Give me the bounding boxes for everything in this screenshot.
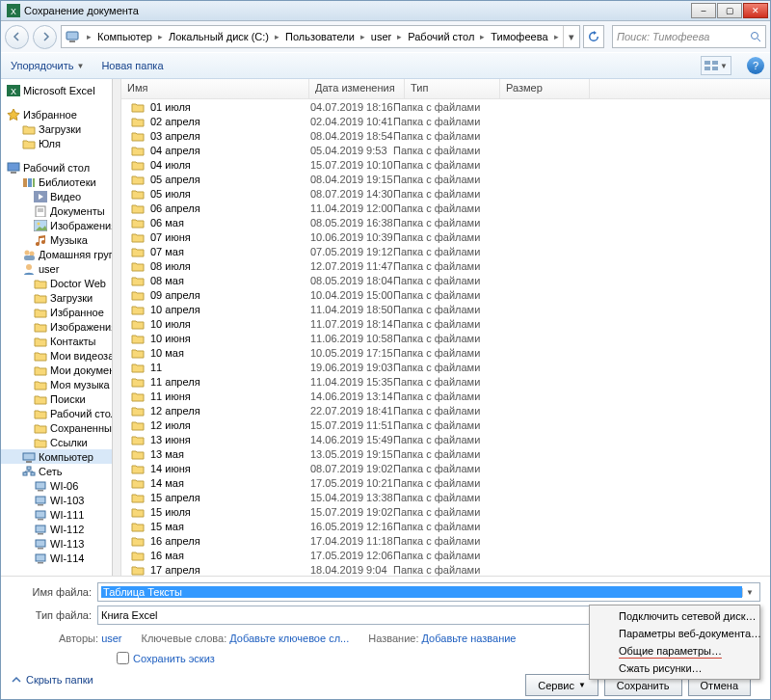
chevron-down-icon[interactable]: ▼ (742, 588, 757, 597)
sidebar-item[interactable]: Doctor Web (1, 276, 120, 290)
sidebar-item[interactable]: WI-103 (1, 493, 120, 507)
context-menu-item[interactable]: Общие параметры… (592, 642, 758, 660)
folder-row[interactable]: 13 июня14.06.2019 15:49Папка с файлами (121, 432, 770, 446)
sidebar-item[interactable]: user (1, 261, 120, 276)
folder-row[interactable]: 12 апреля22.07.2019 18:41Папка с файлами (121, 403, 770, 417)
folder-row[interactable]: 03 апреля08.04.2019 18:54Папка с файлами (121, 128, 770, 143)
refresh-button[interactable] (583, 25, 604, 48)
view-button[interactable]: ▼ (701, 56, 731, 75)
folder-row[interactable]: 10 июня11.06.2019 10:58Папка с файлами (121, 331, 770, 345)
folder-row[interactable]: 13 мая13.05.2019 19:15Папка с файлами (121, 446, 770, 461)
sidebar-item[interactable]: Сохраненные и (1, 420, 120, 435)
back-button[interactable] (5, 25, 29, 49)
sidebar-item[interactable]: Мои видеозапи (1, 348, 120, 363)
folder-row[interactable]: 16 мая17.05.2019 12:06Папка с файлами (121, 548, 770, 562)
doctitle-value[interactable]: Добавьте название (422, 633, 517, 644)
sidebar-item[interactable]: Загрузки (1, 290, 120, 305)
breadcrumb-item[interactable]: Тимофеева (489, 31, 549, 42)
folder-row[interactable]: 16 апреля17.04.2019 11:18Папка с файлами (121, 533, 770, 548)
folder-row[interactable]: 08 мая08.05.2019 18:04Папка с файлами (121, 273, 770, 287)
col-type[interactable]: Тип (405, 79, 500, 98)
folder-row[interactable]: 15 июля15.07.2019 19:02Папка с файлами (121, 504, 770, 519)
forward-button[interactable] (33, 25, 57, 49)
context-menu-item[interactable]: Подключить сетевой диск… (592, 607, 758, 625)
folder-row[interactable]: 05 апреля08.04.2019 19:15Папка с файлами (121, 172, 770, 186)
col-name[interactable]: Имя (121, 79, 309, 98)
col-size[interactable]: Размер (500, 79, 590, 98)
close-button[interactable]: ✕ (743, 3, 768, 18)
folder-row[interactable]: 15 апреля15.04.2019 13:38Папка с файлами (121, 490, 770, 504)
folder-row[interactable]: 06 мая08.05.2019 16:38Папка с файлами (121, 215, 770, 229)
sidebar-item[interactable]: Мои документы (1, 363, 120, 377)
breadcrumb-dropdown[interactable]: ▾ (563, 26, 579, 47)
sidebar-item[interactable]: Видео (1, 189, 120, 203)
sidebar-item[interactable]: Ссылки (1, 435, 120, 449)
breadcrumb-item[interactable]: Локальный диск (C:) (167, 31, 271, 42)
folder-row[interactable]: 07 июня10.06.2019 10:39Папка с файлами (121, 229, 770, 244)
sidebar-item[interactable]: Домашняя групп (1, 247, 120, 261)
breadcrumb-item[interactable]: Компьютер (95, 31, 154, 42)
folder-row[interactable]: 09 апреля10.04.2019 15:00Папка с файлами (121, 287, 770, 302)
folder-row[interactable]: 08 июля12.07.2019 11:47Папка с файлами (121, 258, 770, 273)
breadcrumb-item[interactable]: Пользователи (283, 31, 357, 42)
folder-row[interactable]: 02 апреля02.04.2019 10:41Папка с файлами (121, 114, 770, 128)
sidebar-item[interactable]: Поиски (1, 391, 120, 406)
sidebar-item[interactable]: Моя музыка (1, 377, 120, 391)
sidebar-item[interactable]: Контакты (1, 334, 120, 348)
sidebar-item[interactable]: Изображения (1, 319, 120, 334)
maximize-button[interactable]: ▢ (717, 3, 742, 18)
folder-row[interactable]: 01 июля04.07.2019 18:16Папка с файлами (121, 99, 770, 114)
sidebar-item[interactable]: Рабочий стол (1, 160, 120, 175)
authors-value[interactable]: user (101, 633, 121, 644)
breadcrumb-item[interactable]: Рабочий стол (406, 31, 476, 42)
folder-row[interactable]: 04 апреля05.04.2019 9:53Папка с файлами (121, 143, 770, 157)
sidebar-item[interactable]: WI-113 (1, 536, 120, 551)
organize-button[interactable]: Упорядочить▼ (7, 58, 88, 73)
sidebar-item[interactable]: Рабочий стол (1, 406, 120, 420)
sidebar-item[interactable]: Изображения (1, 218, 120, 232)
sidebar-item[interactable]: Музыка (1, 232, 120, 247)
folder-row[interactable]: 06 апреля11.04.2019 12:00Папка с файлами (121, 201, 770, 215)
sidebar-item[interactable]: Документы (1, 203, 120, 218)
minimize-button[interactable]: – (691, 3, 716, 18)
sidebar-item[interactable]: WI-114 (1, 551, 120, 565)
folder-row[interactable]: 10 апреля11.04.2019 18:50Папка с файлами (121, 302, 770, 316)
sidebar-item[interactable]: WI-111 (1, 507, 120, 522)
col-date[interactable]: Дата изменения (309, 79, 405, 98)
file-list[interactable]: 01 июля04.07.2019 18:16Папка с файлами02… (121, 99, 770, 576)
folder-row[interactable]: 12 июля15.07.2019 11:51Папка с файлами (121, 417, 770, 432)
sidebar-item[interactable]: WI-112 (1, 522, 120, 536)
sidebar-item[interactable]: Компьютер (1, 449, 120, 464)
sidebar-item[interactable]: XMicrosoft Excel (1, 83, 120, 97)
keywords-value[interactable]: Добавьте ключевое сл... (229, 633, 349, 644)
folder-row[interactable]: 17 апреля18.04.2019 9:04Папка с файлами (121, 562, 770, 576)
folder-row[interactable]: 1119.06.2019 19:03Папка с файлами (121, 360, 770, 374)
sidebar-item[interactable]: Избранное (1, 107, 120, 121)
save-thumbnail-checkbox[interactable] (117, 652, 129, 664)
sidebar-item[interactable]: Сеть (1, 464, 120, 478)
folder-row[interactable]: 10 июля11.07.2019 18:14Папка с файлами (121, 316, 770, 331)
folder-row[interactable]: 11 апреля11.04.2019 15:35Папка с файлами (121, 374, 770, 389)
folder-row[interactable]: 14 июня08.07.2019 19:02Папка с файлами (121, 461, 770, 475)
hide-panes-button[interactable]: Скрыть папки (11, 674, 93, 686)
new-folder-button[interactable]: Новая папка (97, 58, 167, 73)
search-input[interactable]: Поиск: Тимофеева (612, 25, 766, 48)
sidebar-scrollbar[interactable] (112, 79, 120, 576)
sidebar-item[interactable]: Избранное (1, 305, 120, 319)
folder-row[interactable]: 04 июля15.07.2019 10:10Папка с файлами (121, 157, 770, 172)
filename-input[interactable]: Таблица Тексты ▼ (97, 582, 760, 602)
folder-row[interactable]: 10 мая10.05.2019 17:15Папка с файлами (121, 345, 770, 360)
context-menu-item[interactable]: Параметры веб-документа… (592, 625, 758, 642)
sidebar-item[interactable]: Юля (1, 136, 120, 150)
sidebar-item[interactable]: Библиотеки (1, 175, 120, 189)
folder-row[interactable]: 07 мая07.05.2019 19:12Папка с файлами (121, 244, 770, 258)
folder-row[interactable]: 05 июля08.07.2019 14:30Папка с файлами (121, 186, 770, 201)
sidebar-item[interactable]: WI-06 (1, 478, 120, 493)
help-button[interactable]: ? (747, 57, 764, 74)
folder-row[interactable]: 15 мая16.05.2019 12:16Папка с файлами (121, 519, 770, 533)
breadcrumb-item[interactable]: user (369, 31, 393, 42)
folder-row[interactable]: 14 мая17.05.2019 10:21Папка с файлами (121, 475, 770, 490)
breadcrumb[interactable]: ▸Компьютер▸Локальный диск (C:)▸Пользоват… (61, 25, 580, 48)
context-menu-item[interactable]: Сжать рисунки… (592, 660, 758, 677)
sidebar-item[interactable]: Загрузки (1, 121, 120, 136)
